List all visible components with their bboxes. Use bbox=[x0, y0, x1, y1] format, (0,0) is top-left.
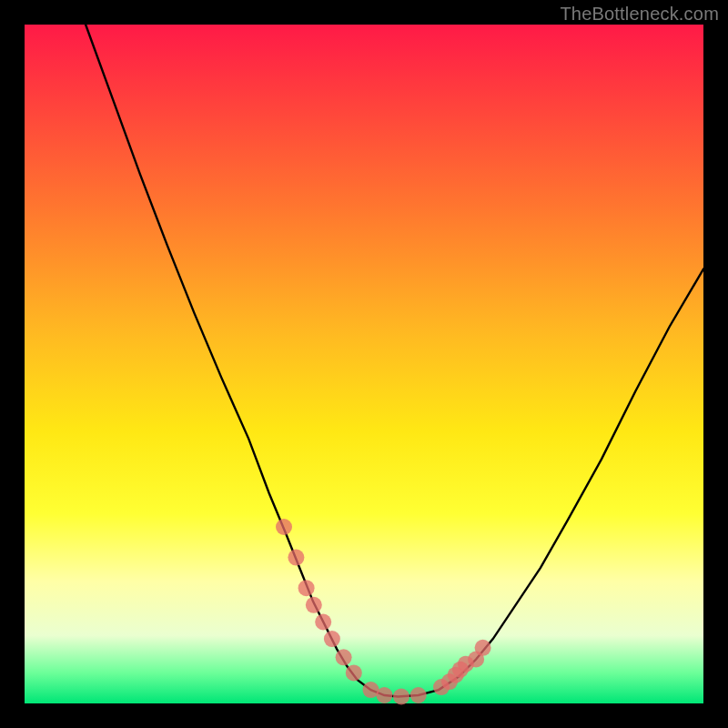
marker-point bbox=[315, 614, 331, 631]
plot-area bbox=[25, 25, 703, 703]
marker-point bbox=[475, 640, 491, 656]
marker-point bbox=[276, 519, 292, 535]
highlight-markers bbox=[276, 519, 491, 705]
chart-frame: TheBottleneck.com bbox=[0, 0, 728, 728]
marker-point bbox=[410, 687, 427, 703]
marker-point bbox=[306, 597, 322, 613]
marker-point bbox=[288, 550, 304, 566]
marker-point bbox=[298, 580, 315, 596]
bottleneck-curve bbox=[86, 25, 703, 697]
marker-point bbox=[324, 631, 340, 647]
chart-svg bbox=[25, 25, 703, 703]
marker-point bbox=[336, 649, 352, 665]
marker-point bbox=[376, 687, 392, 703]
marker-point bbox=[346, 664, 362, 681]
marker-point bbox=[393, 689, 410, 705]
watermark-text: TheBottleneck.com bbox=[560, 4, 719, 25]
